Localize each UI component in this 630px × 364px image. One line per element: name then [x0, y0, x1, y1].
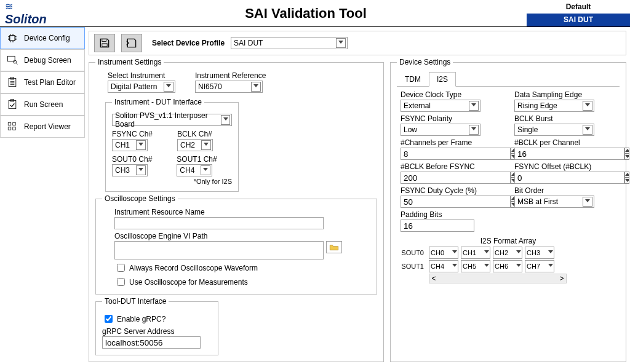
format-array-label: I2S Format Array [401, 237, 616, 245]
instrument-dut-interface-group: Instrument - DUT Interface Soliton PVS_v… [105, 98, 239, 192]
sidebar-item-report-viewer[interactable]: Report Viewer [0, 116, 85, 138]
select-instrument[interactable]: Digital Pattern [108, 81, 175, 93]
only-i2s-note: *Only for I2S [112, 178, 232, 185]
sidebar-item-label: Device Config [24, 34, 70, 42]
sidebar-item-device-config[interactable]: Device Config [0, 27, 85, 49]
fsync-duty-input[interactable] [401, 196, 480, 208]
save-as-button[interactable] [121, 34, 142, 52]
svg-rect-7 [8, 122, 11, 125]
sidebar-item-label: Run Screen [24, 100, 63, 109]
profile-label: Select Device Profile [152, 39, 225, 47]
fsync-ch-select[interactable]: CH1 [112, 139, 148, 151]
bclk-per-channel-input[interactable] [514, 148, 594, 160]
logo: ≋ Soliton [0, 0, 85, 29]
chip-icon [6, 32, 19, 44]
bclk-before-fsync-input[interactable] [401, 172, 480, 184]
svg-rect-10 [13, 127, 16, 130]
sout1-ch-select[interactable]: CH4 [177, 164, 212, 176]
monitor-magnify-icon [6, 54, 19, 66]
use-osc-checkbox[interactable] [117, 278, 125, 286]
svg-rect-12 [102, 44, 107, 47]
sout0-ch3-select[interactable]: CH3 [525, 247, 554, 259]
sout0-ch1-select[interactable]: CH1 [461, 247, 490, 259]
bit-order-select[interactable]: MSB at First [514, 196, 594, 208]
device-clock-type-select[interactable]: External [401, 100, 480, 112]
sout1-ch6-select[interactable]: CH6 [493, 260, 522, 272]
sout1-ch7-select[interactable]: CH7 [525, 260, 554, 272]
data-sampling-edge-select[interactable]: Rising Edge [514, 100, 594, 112]
dut-interface-select[interactable]: Soliton PVS_v1.1 Interposer Board [112, 114, 232, 126]
padding-bits-input[interactable] [401, 220, 474, 232]
tab-tdm[interactable]: TDM [397, 72, 429, 87]
sout1-ch5-select[interactable]: CH5 [461, 260, 490, 272]
sidebar-item-run-screen[interactable]: Run Screen [0, 93, 85, 116]
sout0-ch-select[interactable]: CH3 [112, 164, 148, 176]
sidebar-item-label: Debug Screen [24, 56, 71, 65]
device-profile-select[interactable]: SAI DUT [231, 37, 348, 49]
sidebar-item-label: Test Plan Editor [24, 78, 76, 87]
chevron-down-icon [336, 38, 346, 48]
instrument-settings-group: Instrument Settings Select Instrument Di… [89, 58, 384, 362]
sidebar-item-debug-screen[interactable]: Debug Screen [0, 49, 85, 71]
format-scrollbar[interactable]: <> [429, 274, 567, 283]
instrument-resource-name-input[interactable] [114, 217, 324, 229]
profile-current-label: SAI DUT [527, 14, 630, 27]
bclk-ch-select[interactable]: CH2 [177, 139, 213, 151]
instrument-reference-select[interactable]: NI6570 [195, 81, 263, 93]
app-title: SAI Validation Tool [85, 6, 527, 22]
always-record-checkbox[interactable] [117, 264, 125, 272]
svg-rect-0 [10, 36, 15, 41]
toolbar: Select Device Profile SAI DUT [89, 31, 626, 55]
clipboard-list-icon [6, 76, 19, 89]
engine-vi-path-input[interactable] [114, 241, 324, 259]
enable-grpc-checkbox[interactable] [105, 315, 113, 323]
sout0-ch0-select[interactable]: CH0 [429, 247, 458, 259]
fsync-polarity-select[interactable]: Low [401, 124, 480, 136]
sidebar-item-label: Report Viewer [24, 122, 71, 131]
channels-per-frame-input[interactable] [401, 148, 480, 160]
tool-dut-interface-group: Tool-DUT Interface Enable gRPC? gRPC Ser… [95, 297, 218, 355]
sidebar-item-test-plan-editor[interactable]: Test Plan Editor [0, 71, 85, 93]
clipboard-check-icon [6, 98, 19, 111]
svg-rect-8 [13, 122, 16, 125]
save-button[interactable] [94, 34, 115, 52]
svg-rect-9 [8, 127, 11, 130]
fsync-offset-input[interactable] [514, 172, 594, 184]
tab-i2s[interactable]: I2S [429, 72, 456, 87]
grpc-address-input[interactable] [102, 336, 201, 349]
device-settings-group: Device Settings TDM I2S Device Clock Typ… [390, 58, 626, 362]
oscilloscope-settings-group: Oscilloscope Settings Instrument Resourc… [95, 194, 377, 295]
sout0-ch2-select[interactable]: CH2 [493, 247, 522, 259]
browse-button[interactable] [326, 241, 342, 253]
bclk-burst-select[interactable]: Single [514, 124, 594, 136]
profile-default-label: Default [527, 0, 630, 14]
sout1-ch4-select[interactable]: CH4 [429, 260, 458, 272]
grid-icon [6, 121, 19, 132]
